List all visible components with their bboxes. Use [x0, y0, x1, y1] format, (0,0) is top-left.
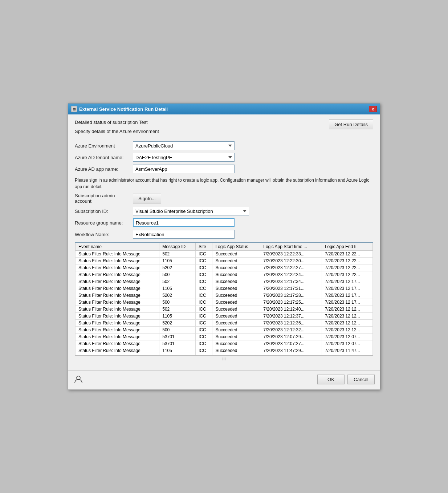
- table-body: Status Filter Rule: Info Message502ICCSu…: [76, 251, 373, 356]
- table-row[interactable]: Status Filter Rule: Info Message502ICCSu…: [76, 278, 373, 285]
- close-button[interactable]: x: [369, 106, 377, 112]
- table-row[interactable]: Status Filter Rule: Info Message1105ICCS…: [76, 313, 373, 320]
- window-icon: ▤: [71, 106, 77, 112]
- col-event-name: Event name: [76, 243, 159, 251]
- workflow-name-input[interactable]: [133, 230, 235, 239]
- col-end-time: Logic App End ti: [322, 243, 372, 251]
- info-text: Please sign in as administrator account …: [75, 177, 373, 190]
- subscription-admin-label: Subscription admin account:: [75, 193, 133, 204]
- workflow-name-control: [133, 230, 235, 239]
- title-bar: ▤ External Service Notification Run Deta…: [68, 104, 380, 114]
- azure-app-control: [133, 165, 235, 173]
- azure-tenant-label: Azure AD tenant name:: [75, 155, 133, 160]
- table-row[interactable]: Status Filter Rule: Info Message1105ICCS…: [76, 258, 373, 264]
- bottom-bar: OK Cancel: [68, 370, 380, 389]
- table-row[interactable]: Status Filter Rule: Info Message500ICCSu…: [76, 327, 373, 334]
- results-table-container: Event name Message ID Site Logic App Sta…: [75, 242, 373, 362]
- azure-environment-row: Azure Environment AzurePublicCloudAzureC…: [75, 141, 373, 150]
- resource-group-control: [133, 218, 235, 227]
- horizontal-scrollbar[interactable]: III: [75, 355, 373, 362]
- azure-environment-control: AzurePublicCloudAzureChinaAzureGermanyAz…: [133, 141, 235, 150]
- azure-environment-label: Azure Environment: [75, 143, 133, 149]
- table-row[interactable]: Status Filter Rule: Info Message502ICCSu…: [76, 251, 373, 258]
- results-table: Event name Message ID Site Logic App Sta…: [75, 243, 373, 355]
- get-run-details-button[interactable]: Get Run Details: [329, 120, 373, 129]
- workflow-name-label: Workflow Name:: [75, 232, 133, 237]
- azure-section-label: Specify details of the Azure environment: [75, 129, 329, 134]
- table-row[interactable]: Status Filter Rule: Info Message5202ICCS…: [76, 320, 373, 327]
- azure-tenant-row: Azure AD tenant name: DAE2ETestingPE: [75, 153, 373, 162]
- sign-in-button[interactable]: SignIn...: [133, 194, 161, 203]
- azure-app-row: Azure AD app name:: [75, 165, 373, 173]
- col-start-time: Logic App Start time ...: [260, 243, 322, 251]
- header-left: Detailed status of subscription Test Spe…: [75, 120, 329, 138]
- subscription-id-control: Visual Studio Enterprise Subscription: [133, 207, 249, 215]
- table-row[interactable]: Status Filter Rule: Info Message500ICCSu…: [76, 271, 373, 278]
- azure-environment-select[interactable]: AzurePublicCloudAzureChinaAzureGermanyAz…: [133, 141, 235, 150]
- main-window: ▤ External Service Notification Run Deta…: [68, 103, 380, 390]
- subscription-id-label: Subscription ID:: [75, 209, 133, 214]
- header-row: Detailed status of subscription Test Spe…: [75, 120, 373, 138]
- cancel-button[interactable]: Cancel: [347, 375, 375, 384]
- ok-button[interactable]: OK: [317, 375, 345, 384]
- table-row[interactable]: Status Filter Rule: Info Message53701ICC…: [76, 340, 373, 347]
- table-scroll-area[interactable]: Event name Message ID Site Logic App Sta…: [75, 243, 373, 355]
- table-header: Event name Message ID Site Logic App Sta…: [76, 243, 373, 251]
- subscription-id-select[interactable]: Visual Studio Enterprise Subscription: [133, 207, 249, 215]
- azure-tenant-control: DAE2ETestingPE: [133, 153, 235, 162]
- subtitle: Detailed status of subscription Test: [75, 120, 329, 125]
- table-row[interactable]: Status Filter Rule: Info Message500ICCSu…: [76, 299, 373, 306]
- scroll-indicator: III: [222, 357, 225, 361]
- table-row[interactable]: Status Filter Rule: Info Message1105ICCS…: [76, 347, 373, 354]
- window-title: External Service Notification Run Detail: [79, 106, 168, 112]
- ok-cancel-row: OK Cancel: [317, 375, 375, 384]
- col-logic-app-status: Logic App Status: [212, 243, 260, 251]
- workflow-name-row: Workflow Name:: [75, 230, 373, 239]
- user-icon: [73, 374, 84, 384]
- azure-app-label: Azure AD app name:: [75, 166, 133, 172]
- dialog-content: Detailed status of subscription Test Spe…: [68, 114, 380, 367]
- resource-group-input[interactable]: [133, 218, 235, 227]
- table-row[interactable]: Status Filter Rule: Info Message53701ICC…: [76, 334, 373, 340]
- table-row[interactable]: Status Filter Rule: Info Message1105ICCS…: [76, 285, 373, 292]
- title-bar-left: ▤ External Service Notification Run Deta…: [71, 106, 168, 112]
- col-message-id: Message ID: [159, 243, 196, 251]
- subscription-admin-row: Subscription admin account: SignIn...: [75, 193, 373, 204]
- col-site: Site: [195, 243, 212, 251]
- azure-app-input[interactable]: [133, 165, 235, 173]
- subscription-id-row: Subscription ID: Visual Studio Enterpris…: [75, 207, 373, 215]
- table-row[interactable]: Status Filter Rule: Info Message502ICCSu…: [76, 306, 373, 313]
- table-row[interactable]: Status Filter Rule: Info Message5202ICCS…: [76, 264, 373, 271]
- table-row[interactable]: Status Filter Rule: Info Message5202ICCS…: [76, 292, 373, 299]
- azure-tenant-select[interactable]: DAE2ETestingPE: [133, 153, 235, 162]
- resource-group-row: Resource group name:: [75, 218, 373, 227]
- resource-group-label: Resource group name:: [75, 220, 133, 226]
